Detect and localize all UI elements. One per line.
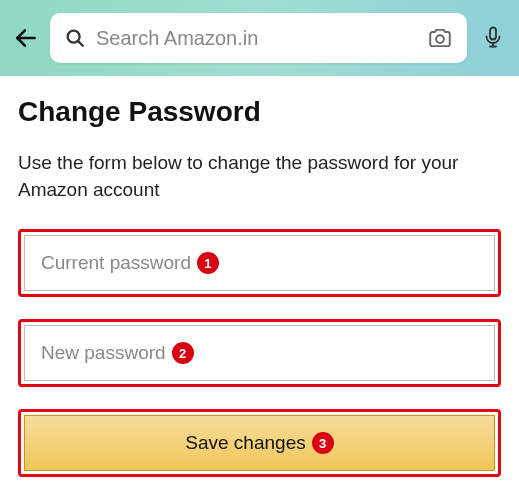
- search-placeholder: Search Amazon.in: [96, 27, 417, 50]
- svg-rect-4: [490, 28, 496, 40]
- svg-point-3: [436, 35, 444, 43]
- app-header: Search Amazon.in: [0, 0, 519, 76]
- new-password-placeholder: New password: [41, 342, 166, 364]
- annotation-badge-1: 1: [197, 252, 219, 274]
- save-changes-button[interactable]: Save changes 3: [24, 415, 495, 471]
- save-button-label: Save changes: [185, 432, 305, 454]
- current-password-highlight: Current password 1: [18, 229, 501, 297]
- save-button-highlight: Save changes 3: [18, 409, 501, 477]
- back-arrow-icon[interactable]: [12, 24, 40, 52]
- search-icon: [64, 27, 86, 49]
- new-password-highlight: New password 2: [18, 319, 501, 387]
- annotation-badge-2: 2: [172, 342, 194, 364]
- current-password-placeholder: Current password: [41, 252, 191, 274]
- camera-icon[interactable]: [427, 25, 453, 51]
- page-title: Change Password: [18, 96, 501, 128]
- current-password-input[interactable]: Current password 1: [24, 235, 495, 291]
- svg-line-2: [78, 41, 83, 46]
- annotation-badge-3: 3: [312, 432, 334, 454]
- page-description: Use the form below to change the passwor…: [18, 150, 501, 203]
- new-password-input[interactable]: New password 2: [24, 325, 495, 381]
- mic-icon[interactable]: [481, 25, 507, 51]
- page-content: Change Password Use the form below to ch…: [0, 76, 519, 500]
- search-bar[interactable]: Search Amazon.in: [50, 13, 467, 63]
